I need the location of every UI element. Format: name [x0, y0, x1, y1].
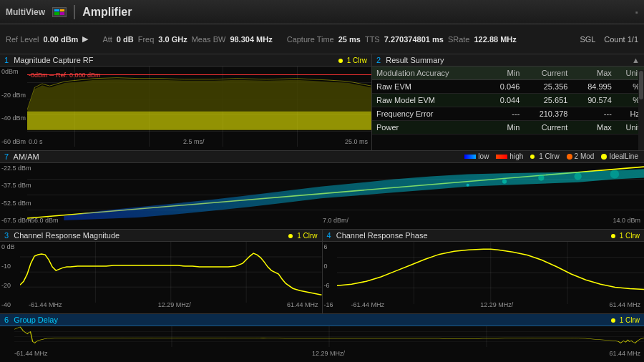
ch-mag-clrw: 1 Clrw — [297, 232, 317, 240]
amam-legend: low high 1 Clrw 2 Mod IdealLine — [464, 152, 638, 160]
amam-panel-num: 7 — [4, 152, 9, 161]
svg-point-4 — [467, 184, 469, 187]
metric-max-2: --- — [572, 107, 615, 121]
scroll-thumb[interactable] — [639, 71, 643, 99]
ch-phase-y3: -6 — [324, 282, 333, 289]
scroll-up-icon[interactable]: ▲ — [632, 56, 640, 64]
legend-low: low — [464, 152, 489, 160]
title-bar: MultiView Amplifier ▪ — [0, 0, 644, 24]
ch-mag-title: 3 Channel Response Magnitude 1 Clrw — [0, 230, 322, 242]
srate-value: 122.88 MHz — [474, 35, 516, 44]
att-label: Att — [102, 35, 112, 44]
y-label-1: 0dBm — [1, 68, 26, 75]
col-max: Max — [572, 67, 615, 80]
count-label: Count 1/1 — [604, 35, 638, 44]
y-labels: 0dBm -20 dBm -40 dBm -60 dBm — [1, 67, 26, 147]
metric-min-3: Min — [484, 121, 524, 134]
title-right-area: ▪ — [635, 8, 638, 16]
meas-bw-label: Meas BW — [192, 35, 226, 44]
result-table-row: Raw Model EVM 0.044 25.651 90.574 % — [372, 94, 644, 107]
group-delay-panel: 6 Group Delay 1 Clrw -61.44 MHz — [0, 314, 644, 362]
metric-name-3: Power — [372, 121, 484, 134]
group-delay-title: 6 Group Delay 1 Clrw — [0, 314, 644, 326]
ch-mag-svg — [20, 242, 322, 303]
x-label-3: 25.0 ms — [345, 138, 368, 145]
group-delay-x2: 12.29 MHz/ — [312, 350, 345, 357]
ch-mag-y-labels: 0 dB -10 -20 -40 — [1, 242, 15, 310]
group-delay-clrw-dot — [611, 318, 615, 323]
ch-phase-y1: 6 — [324, 243, 333, 250]
amam-panel-label: AM/AM — [14, 152, 39, 161]
metric-max-1: 90.574 — [572, 94, 615, 107]
ref-level-value: 0.00 dBm — [43, 35, 78, 44]
result-summary-title: 2 Result Summary ▲ — [372, 54, 644, 67]
freq-label: Freq — [138, 35, 155, 44]
mag-panel-label: Magnitude Capture RF — [14, 56, 93, 64]
mag-chart-area: -0dBm ─ Ref. 0.000 dBm 0dBm -20 dBm -40 … — [0, 67, 371, 147]
result-summary-panel: 2 Result Summary ▲ Modulation Accuracy M… — [372, 54, 644, 150]
top-row: 1 Magnitude Capture RF 1 Clrw — [0, 54, 644, 151]
multiview-icon — [52, 7, 67, 17]
legend-mod: 2 Mod — [567, 152, 595, 160]
group-delay-label: Group Delay — [14, 315, 58, 324]
x-label-1: 0.0 s — [29, 138, 43, 145]
result-table-body: Raw EVM 0.046 25.356 84.995 % Raw Model … — [372, 80, 644, 134]
capture-time-group: Capture Time 25 ms TTS 7.270374801 ms SR… — [287, 35, 517, 44]
srate-label: SRate — [448, 35, 470, 44]
legend-high-label: high — [509, 152, 523, 160]
legend-ideal: IdealLine — [601, 152, 638, 160]
att-value: 0 dB — [117, 35, 134, 44]
svg-point-6 — [538, 175, 544, 180]
toolbar: Ref Level 0.00 dBm ▶ Att 0 dB Freq 3.0 G… — [0, 24, 644, 54]
x-label-2: 2.5 ms/ — [183, 138, 205, 145]
amam-panel: 7 AM/AM low high 1 Clrw 2 Mod — [0, 151, 644, 230]
legend-ideal-dot — [601, 154, 607, 160]
y-label-2: -20 dBm — [1, 92, 26, 99]
ch-phase-title: 4 Channel Response Phase 1 Clrw — [323, 230, 645, 242]
metric-current-3: Current — [524, 121, 572, 134]
toolbar-right: SGL Count 1/1 — [580, 35, 638, 44]
ch-phase-clrw-dot — [611, 234, 615, 238]
x-labels: 0.0 s 2.5 ms/ 25.0 ms — [29, 138, 368, 145]
ch-phase-y2: 0 — [324, 263, 333, 270]
ch-mag-y2: -10 — [1, 263, 15, 270]
metric-min-1: 0.044 — [484, 94, 524, 107]
legend-low-label: low — [478, 152, 489, 160]
col-min: Min — [484, 67, 524, 80]
title-separator — [74, 5, 75, 19]
result-panel-label: Result Summary — [386, 56, 444, 64]
svg-point-8 — [610, 170, 619, 178]
metric-name-0: Raw EVM — [372, 80, 484, 94]
legend-mod-label: 2 Mod — [575, 152, 595, 160]
ch-phase-clrw: 1 Clrw — [620, 232, 640, 240]
group-delay-clrw: 1 Clrw — [620, 316, 640, 324]
ch-phase-label: Channel Response Phase — [336, 231, 428, 240]
group-delay-x1: -61.44 MHz — [14, 350, 48, 357]
amam-chart-area: -22.5 dBm -37.5 dBm -52.5 dBm -67.5 dBm — [0, 163, 644, 225]
legend-ideal-label: IdealLine — [609, 152, 638, 160]
group-delay-x3: 61.44 MHz — [609, 350, 640, 357]
svg-point-5 — [502, 180, 507, 184]
result-table-header-row: Modulation Accuracy Min Current Max Unit — [372, 67, 644, 80]
metric-current-1: 25.651 — [524, 94, 572, 107]
ch-phase-y-labels: 6 0 -6 -16 — [324, 242, 333, 310]
svg-marker-1 — [27, 78, 371, 112]
ch-mag-y1: 0 dB — [1, 243, 15, 250]
metric-min-2: --- — [484, 107, 524, 121]
magnitude-capture-panel: 1 Magnitude Capture RF 1 Clrw — [0, 54, 372, 150]
result-scrollbar[interactable] — [638, 70, 644, 150]
amam-chart-svg — [27, 163, 644, 222]
metric-max-0: 84.995 — [572, 80, 615, 94]
ch-phase-chart: 6 0 -6 -16 -61.44 MHz 12.2 — [323, 242, 645, 310]
ch-mag-y4: -40 — [1, 301, 15, 308]
capture-time-label: Capture Time — [287, 35, 334, 44]
col-current: Current — [524, 67, 572, 80]
tts-value: 7.270374801 ms — [384, 35, 444, 44]
ref-level-group: Ref Level 0.00 dBm ▶ — [6, 34, 88, 44]
clrw-badge: 1 Clrw — [347, 57, 367, 64]
metric-min-0: 0.046 — [484, 80, 524, 94]
clrw-dot — [338, 59, 343, 63]
group-delay-num: 6 — [4, 315, 9, 324]
legend-high: high — [496, 152, 523, 160]
y-label-3: -40 dBm — [1, 114, 26, 122]
